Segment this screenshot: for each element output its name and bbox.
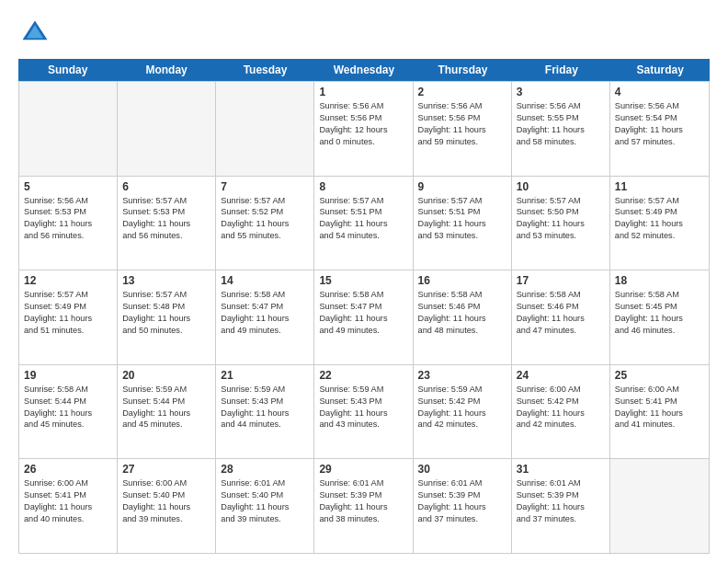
day-of-week-monday: Monday [117,59,215,81]
day-info: Sunrise: 6:00 AMSunset: 5:41 PMDaylight:… [24,477,112,525]
day-cell-19: 19Sunrise: 5:58 AMSunset: 5:44 PMDayligh… [19,365,118,459]
day-info: Sunrise: 5:57 AMSunset: 5:50 PMDaylight:… [517,195,605,243]
day-info: Sunrise: 5:57 AMSunset: 5:51 PMDaylight:… [418,195,506,243]
day-number: 9 [418,180,506,193]
calendar-week-4: 19Sunrise: 5:58 AMSunset: 5:44 PMDayligh… [19,365,709,460]
day-info: Sunrise: 5:57 AMSunset: 5:49 PMDaylight:… [24,289,112,337]
day-cell-24: 24Sunrise: 6:00 AMSunset: 5:42 PMDayligh… [512,365,610,459]
day-number: 8 [319,180,407,193]
day-cell-29: 29Sunrise: 6:01 AMSunset: 5:39 PMDayligh… [314,459,413,553]
day-number: 28 [221,463,309,476]
day-cell-31: 31Sunrise: 6:01 AMSunset: 5:39 PMDayligh… [512,459,610,553]
day-number: 1 [319,86,407,98]
day-number: 17 [517,274,605,287]
day-info: Sunrise: 5:57 AMSunset: 5:52 PMDaylight:… [221,195,309,243]
day-of-week-thursday: Thursday [414,59,512,81]
calendar: SundayMondayTuesdayWednesdayThursdayFrid… [18,59,710,554]
day-cell-22: 22Sunrise: 5:59 AMSunset: 5:43 PMDayligh… [314,365,413,459]
logo [18,17,55,50]
empty-cell [19,82,118,176]
day-cell-3: 3Sunrise: 5:56 AMSunset: 5:55 PMDaylight… [512,82,610,176]
day-info: Sunrise: 6:01 AMSunset: 5:39 PMDaylight:… [418,477,506,525]
day-cell-18: 18Sunrise: 5:58 AMSunset: 5:45 PMDayligh… [610,270,709,364]
day-number: 15 [319,274,407,287]
day-info: Sunrise: 6:00 AMSunset: 5:40 PMDaylight:… [122,477,210,525]
day-number: 24 [517,369,605,382]
calendar-body: 1Sunrise: 5:56 AMSunset: 5:56 PMDaylight… [18,81,710,554]
day-info: Sunrise: 5:59 AMSunset: 5:43 PMDaylight:… [221,384,309,431]
day-info: Sunrise: 5:59 AMSunset: 5:42 PMDaylight:… [418,384,506,431]
day-info: Sunrise: 5:57 AMSunset: 5:53 PMDaylight:… [122,195,210,243]
day-info: Sunrise: 5:56 AMSunset: 5:55 PMDaylight:… [517,100,605,148]
day-cell-26: 26Sunrise: 6:00 AMSunset: 5:41 PMDayligh… [19,459,118,553]
calendar-week-3: 12Sunrise: 5:57 AMSunset: 5:49 PMDayligh… [19,270,709,365]
day-info: Sunrise: 5:59 AMSunset: 5:43 PMDaylight:… [319,384,407,431]
day-cell-21: 21Sunrise: 5:59 AMSunset: 5:43 PMDayligh… [216,365,314,459]
day-cell-17: 17Sunrise: 5:58 AMSunset: 5:46 PMDayligh… [512,270,610,364]
day-number: 22 [319,369,407,382]
day-number: 21 [221,369,309,382]
day-cell-10: 10Sunrise: 5:57 AMSunset: 5:50 PMDayligh… [512,177,610,270]
day-of-week-wednesday: Wednesday [314,59,413,81]
day-number: 13 [122,274,210,287]
day-cell-2: 2Sunrise: 5:56 AMSunset: 5:56 PMDaylight… [414,82,512,176]
day-info: Sunrise: 5:57 AMSunset: 5:49 PMDaylight:… [615,195,704,243]
calendar-week-2: 5Sunrise: 5:56 AMSunset: 5:53 PMDaylight… [19,177,709,271]
day-of-week-saturday: Saturday [611,59,710,81]
day-cell-9: 9Sunrise: 5:57 AMSunset: 5:51 PMDaylight… [414,177,512,270]
day-number: 5 [24,180,112,193]
day-info: Sunrise: 5:58 AMSunset: 5:47 PMDaylight:… [319,289,407,337]
day-of-week-tuesday: Tuesday [216,59,314,81]
day-cell-6: 6Sunrise: 5:57 AMSunset: 5:53 PMDaylight… [118,177,216,270]
logo-icon [18,17,51,50]
day-info: Sunrise: 6:00 AMSunset: 5:41 PMDaylight:… [615,384,704,431]
day-number: 14 [221,274,309,287]
day-cell-12: 12Sunrise: 5:57 AMSunset: 5:49 PMDayligh… [19,270,118,364]
day-cell-14: 14Sunrise: 5:58 AMSunset: 5:47 PMDayligh… [216,270,314,364]
day-cell-16: 16Sunrise: 5:58 AMSunset: 5:46 PMDayligh… [414,270,512,364]
day-number: 25 [615,369,704,382]
day-cell-5: 5Sunrise: 5:56 AMSunset: 5:53 PMDaylight… [19,177,118,270]
day-info: Sunrise: 6:01 AMSunset: 5:39 PMDaylight:… [517,477,605,525]
day-number: 4 [615,86,704,98]
day-info: Sunrise: 6:01 AMSunset: 5:39 PMDaylight:… [319,477,407,525]
day-cell-23: 23Sunrise: 5:59 AMSunset: 5:42 PMDayligh… [414,365,512,459]
empty-cell [216,82,314,176]
day-number: 26 [24,463,112,476]
day-info: Sunrise: 5:56 AMSunset: 5:56 PMDaylight:… [319,100,407,148]
day-info: Sunrise: 5:57 AMSunset: 5:51 PMDaylight:… [319,195,407,243]
day-number: 16 [418,274,506,287]
day-number: 6 [122,180,210,193]
day-cell-28: 28Sunrise: 6:01 AMSunset: 5:40 PMDayligh… [216,459,314,553]
day-cell-13: 13Sunrise: 5:57 AMSunset: 5:48 PMDayligh… [118,270,216,364]
day-cell-1: 1Sunrise: 5:56 AMSunset: 5:56 PMDaylight… [314,82,413,176]
calendar-week-1: 1Sunrise: 5:56 AMSunset: 5:56 PMDaylight… [19,82,709,177]
day-info: Sunrise: 5:58 AMSunset: 5:46 PMDaylight:… [418,289,506,337]
day-of-week-friday: Friday [512,59,610,81]
day-cell-25: 25Sunrise: 6:00 AMSunset: 5:41 PMDayligh… [610,365,709,459]
day-number: 19 [24,369,112,382]
day-number: 18 [615,274,704,287]
header [18,17,710,50]
day-number: 10 [517,180,605,193]
day-number: 23 [418,369,506,382]
day-info: Sunrise: 5:57 AMSunset: 5:48 PMDaylight:… [122,289,210,337]
calendar-header: SundayMondayTuesdayWednesdayThursdayFrid… [18,59,710,81]
day-number: 29 [319,463,407,476]
day-cell-27: 27Sunrise: 6:00 AMSunset: 5:40 PMDayligh… [118,459,216,553]
day-info: Sunrise: 6:00 AMSunset: 5:42 PMDaylight:… [517,384,605,431]
day-info: Sunrise: 5:56 AMSunset: 5:56 PMDaylight:… [418,100,506,148]
day-cell-20: 20Sunrise: 5:59 AMSunset: 5:44 PMDayligh… [118,365,216,459]
day-of-week-sunday: Sunday [18,59,117,81]
day-number: 11 [615,180,704,193]
day-cell-4: 4Sunrise: 5:56 AMSunset: 5:54 PMDaylight… [610,82,709,176]
empty-cell [610,459,709,553]
day-number: 31 [517,463,605,476]
empty-cell [118,82,216,176]
day-cell-11: 11Sunrise: 5:57 AMSunset: 5:49 PMDayligh… [610,177,709,270]
day-info: Sunrise: 5:58 AMSunset: 5:46 PMDaylight:… [517,289,605,337]
day-number: 20 [122,369,210,382]
day-number: 3 [517,86,605,98]
day-info: Sunrise: 5:58 AMSunset: 5:47 PMDaylight:… [221,289,309,337]
day-info: Sunrise: 6:01 AMSunset: 5:40 PMDaylight:… [221,477,309,525]
